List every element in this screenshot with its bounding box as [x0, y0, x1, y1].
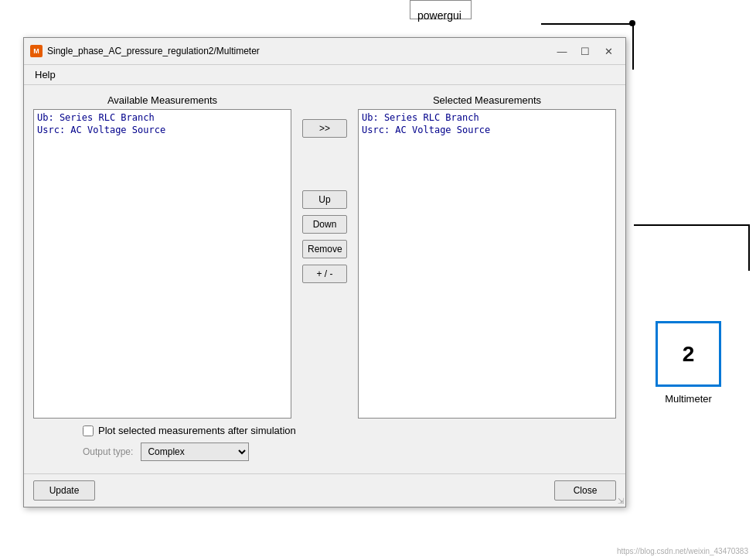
plot-checkbox[interactable] [83, 425, 94, 436]
selected-item-0[interactable]: Ub: Series RLC Branch [360, 111, 614, 124]
help-menu[interactable]: Help [30, 67, 60, 83]
close-window-button[interactable]: ✕ [598, 43, 619, 60]
sim-wire-right2 [634, 224, 750, 226]
sim-wire-vertical [632, 23, 634, 70]
close-dialog-button[interactable]: Close [554, 480, 616, 501]
selected-panel-title: Selected Measurements [358, 94, 616, 106]
selected-panel: Selected Measurements Ub: Series RLC Bra… [358, 94, 616, 419]
menu-bar: Help [24, 65, 625, 85]
down-button[interactable]: Down [302, 215, 347, 234]
maximize-button[interactable]: ☐ [574, 43, 596, 60]
panels-row: Available Measurements Ub: Series RLC Br… [33, 94, 616, 419]
update-button[interactable]: Update [33, 480, 95, 501]
matlab-icon: M [30, 45, 43, 57]
output-type-label: Output type: [83, 446, 133, 457]
minimize-button[interactable]: — [551, 43, 573, 60]
transfer-button[interactable]: >> [302, 119, 347, 138]
sim-wire-horizontal [541, 23, 634, 25]
plot-checkbox-row: Plot selected measurements after simulat… [36, 425, 616, 436]
powergui-label: powergui [417, 9, 461, 22]
bottom-options: Plot selected measurements after simulat… [33, 425, 616, 461]
available-listbox[interactable]: Ub: Series RLC Branch Usrc: AC Voltage S… [33, 109, 291, 419]
sim-wire-v2 [748, 224, 750, 271]
available-panel: Available Measurements Ub: Series RLC Br… [33, 94, 291, 419]
output-type-select[interactable]: Complex Real-Imag Magnitude-Angle Magnit… [141, 443, 249, 461]
available-panel-title: Available Measurements [33, 94, 291, 106]
up-button[interactable]: Up [302, 190, 347, 209]
dialog-title: Single_phase_AC_pressure_regulation2/Mul… [47, 46, 260, 56]
plot-checkbox-label[interactable]: Plot selected measurements after simulat… [98, 425, 296, 436]
selected-listbox[interactable]: Ub: Series RLC Branch Usrc: AC Voltage S… [358, 109, 616, 419]
bottom-buttons: Update Close [24, 473, 625, 507]
available-item-0[interactable]: Ub: Series RLC Branch [36, 111, 289, 124]
toggle-button[interactable]: + / - [302, 265, 347, 283]
available-item-1[interactable]: Usrc: AC Voltage Source [36, 124, 289, 136]
remove-button[interactable]: Remove [302, 240, 347, 258]
resize-handle[interactable]: ⇲ [618, 497, 624, 505]
watermark: https://blog.csdn.net/weixin_43470383 [617, 547, 748, 555]
middle-buttons: >> Up Down Remove + / - [298, 94, 352, 283]
multimeter-block[interactable]: 2 [656, 321, 721, 387]
multimeter-block-label: Multimeter [652, 393, 725, 405]
title-bar: M Single_phase_AC_pressure_regulation2/M… [24, 38, 625, 65]
multimeter-dialog: M Single_phase_AC_pressure_regulation2/M… [23, 37, 626, 507]
dialog-content: Available Measurements Ub: Series RLC Br… [24, 85, 625, 470]
window-controls: — ☐ ✕ [551, 43, 619, 60]
multimeter-number: 2 [683, 342, 695, 367]
selected-item-1[interactable]: Usrc: AC Voltage Source [360, 124, 614, 136]
title-bar-left: M Single_phase_AC_pressure_regulation2/M… [30, 45, 260, 57]
output-type-row: Output type: Complex Real-Imag Magnitude… [36, 443, 616, 461]
